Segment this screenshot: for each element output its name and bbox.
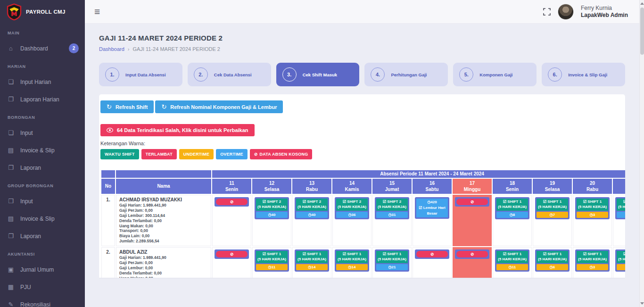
- check-icon: ☑: [543, 199, 547, 204]
- shift-chip[interactable]: ☑ SHIFT 1(5 HARI KERJA)◷11: [495, 249, 529, 272]
- absent-chip[interactable]: ⊘: [455, 249, 489, 259]
- scroll-up-arrow-icon[interactable]: [640, 2, 644, 5]
- absent-pill: ⊘: [416, 251, 448, 257]
- duration-value: 40: [312, 213, 316, 217]
- shift-chip[interactable]: ☑ SHIFT 2(5 HARI KERJA)◷40: [255, 197, 289, 219]
- absent-chip[interactable]: ⊘: [215, 249, 249, 259]
- check-icon: ☑: [623, 252, 625, 256]
- topbar: ≡ Ferry Kurnia LapakWeb Admin: [85, 0, 644, 24]
- brand-title: PAYROLL CMJ: [26, 9, 66, 15]
- sidebar-item-rekonsiliasi[interactable]: ✎Rekonsiliasi: [0, 296, 85, 307]
- step-label: Cek Shift Masuk: [303, 72, 337, 77]
- breadcrumb-link[interactable]: Dashboard: [99, 46, 124, 52]
- attendance-cell: ☑ SHIFT 2(5 HARI KERJA)◷40: [292, 195, 331, 246]
- shift-chip[interactable]: ☑ SHIFT 1(5 HARI KERJA)◷8: [495, 197, 529, 219]
- stopwatch-icon: ◷: [348, 213, 352, 217]
- refresh-nominal-button[interactable]: ↻ Refresh Nominal Komponen Gaji & Lembur: [155, 100, 283, 113]
- scrollbar-thumb[interactable]: [640, 8, 644, 55]
- absent-chip[interactable]: ⊘: [415, 249, 449, 259]
- wizard-step-5[interactable]: 5.Komponen Gaji: [453, 63, 537, 86]
- shift-chip[interactable]: ☑ SHIFT 1(5 HARI KERJA)◷7: [535, 197, 570, 219]
- undertime-pill: ◷7: [537, 212, 568, 218]
- home-icon: ⌂: [8, 45, 14, 52]
- shift-chip[interactable]: ☑ SHIFT 1(5 HARI KERJA)◷3: [575, 249, 610, 272]
- user-meta[interactable]: Ferry Kurnia LapakWeb Admin: [581, 5, 628, 19]
- employee-detail: Gaji PerJam: 0,00: [119, 208, 208, 213]
- scroll-down-arrow-icon[interactable]: [640, 302, 644, 305]
- shift-name-text: SHIFT 2: [267, 199, 281, 204]
- sidebar-item-laporan[interactable]: ❐Laporan: [0, 159, 85, 176]
- sidebar-item-jurnal-umum[interactable]: ▣Jurnal Umum: [0, 261, 85, 278]
- overtime-pill: ◷8: [496, 212, 528, 218]
- wizard-step-1[interactable]: 1.Input Data Absensi: [99, 63, 182, 86]
- hamburger-menu-icon[interactable]: ≡: [94, 7, 100, 17]
- sidebar-item-invoice-slip[interactable]: ▤Invoice & Slip: [0, 210, 85, 227]
- main-content: GAJI 11-24 MARET 2024 PERIODE 2 Dashboar…: [85, 24, 639, 307]
- day-name: Rabu: [292, 186, 331, 193]
- sidebar-item-pju[interactable]: ▦PJU: [0, 278, 85, 296]
- employee-detail: Gaji PerJam: 0,00: [119, 260, 208, 266]
- stopwatch-icon: ◷: [510, 213, 513, 217]
- employee-detail: Gaji Harian: 1.989.441,90: [119, 255, 208, 260]
- sidebar-item-label: Dashboard: [20, 45, 48, 52]
- shift-chip[interactable]: ☑ SHIFT 2(5 HARI KERJA)◷36: [335, 197, 369, 219]
- stopwatch-icon: ◷: [550, 213, 553, 217]
- sidebar-item-input[interactable]: ❏Input: [0, 124, 85, 141]
- step-label: Invoice & Slip Gaji: [568, 72, 607, 77]
- sidebar-item-input-harian[interactable]: ❏Input Harian: [0, 73, 85, 91]
- legend-badge-label: WAKTU SHIFT: [105, 152, 135, 157]
- sidebar-item-dashboard[interactable]: ⌂Dashboard2: [0, 40, 85, 57]
- shift-chip[interactable]: ☑ SHIFT 1(5 HARI KERJA)◷21: [375, 249, 409, 272]
- wizard-stepper: 1.Input Data Absensi2.Cek Data Absensi3.…: [99, 63, 625, 86]
- sidebar-section-label: MAIN: [0, 24, 85, 40]
- sidebar-item-label: Input: [20, 198, 33, 205]
- shift-chip[interactable]: ☑ SHIFT 1(5 HARI KERJA)◷: [615, 249, 625, 272]
- sidebar-item-invoice-slip[interactable]: ▤Invoice & Slip: [0, 141, 85, 159]
- employee-name: ABDUL AZIZ: [119, 249, 208, 255]
- vertical-scrollbar[interactable]: [639, 0, 644, 307]
- undertime-pill: ◷: [617, 264, 625, 271]
- wizard-step-6[interactable]: 6.Invoice & Slip Gaji: [542, 63, 625, 86]
- user-name: Ferry Kurnia: [581, 5, 628, 12]
- stopwatch-icon: ◷: [590, 265, 593, 269]
- shift-chip[interactable]: ☑ SHIFT 1(5 HARI KERJA)◷: [615, 197, 625, 219]
- absent-pill: ⊘: [216, 251, 248, 257]
- period-header: Absensi Periode 11 Maret 2024 - 24 Maret…: [212, 170, 625, 178]
- refresh-icon: ↻: [107, 104, 112, 110]
- shift-chip[interactable]: ☑ SHIFT 1(5 HARI KERJA)◷6: [535, 249, 570, 272]
- attendance-cell: ☑ SHIFT 1(5 HARI KERJA)◷3: [573, 247, 612, 278]
- lembur-chip[interactable]: ◷420☑ Lembur Hari Besar: [415, 197, 449, 219]
- shift-days: (5 HARI KERJA): [617, 257, 625, 262]
- shift-name: ☑ SHIFT 1: [296, 252, 328, 257]
- wizard-step-3[interactable]: 3.Cek Shift Masuk: [276, 63, 360, 86]
- data-error-warning-button[interactable]: 64 Data Terindikasi Salah, Klik disini u…: [100, 124, 255, 136]
- check-icon: ☑: [263, 252, 267, 256]
- refresh-actions: ↻ Refresh Shift ↻ Refresh Nominal Kompon…: [100, 100, 624, 113]
- check-icon: ☑: [583, 252, 587, 256]
- wizard-step-2[interactable]: 2.Cek Data Absensi: [188, 63, 271, 86]
- refresh-shift-button[interactable]: ↻ Refresh Shift: [100, 100, 154, 113]
- save-icon: ▣: [8, 266, 14, 273]
- sidebar-item-laporan[interactable]: ❐Laporan: [0, 227, 85, 245]
- shift-chip[interactable]: ☑ SHIFT 2(5 HARI KERJA)◷31: [375, 197, 409, 219]
- sidebar-item-laporan-harian[interactable]: ❐Laporan Harian: [0, 91, 85, 108]
- shift-chip[interactable]: ☑ SHIFT 1(5 HARI KERJA)◷14: [295, 249, 329, 272]
- employee-detail: Biaya Lain: 0,00: [119, 233, 208, 239]
- page-title: GAJI 11-24 MARET 2024 PERIODE 2: [99, 34, 639, 42]
- sidebar-item-input[interactable]: ❒Input: [0, 192, 85, 210]
- shift-chip[interactable]: ☑ SHIFT 1(5 HARI KERJA)◷3: [575, 197, 610, 219]
- sidebar-section: HARIAN❏Input Harian❐Laporan Harian: [0, 57, 85, 108]
- shift-chip[interactable]: ☑ SHIFT 2(5 HARI KERJA)◷40: [295, 197, 329, 219]
- sidebar-item-label: Laporan Harian: [20, 96, 59, 103]
- shift-chip[interactable]: ☑ SHIFT 1(5 HARI KERJA)◷11: [255, 249, 289, 272]
- check-icon: ☑: [303, 252, 307, 256]
- legend-badge-waktu-shift: WAKTU SHIFT: [100, 149, 139, 159]
- absent-chip[interactable]: ⊘: [215, 197, 249, 207]
- absent-chip[interactable]: ⊘: [455, 197, 489, 207]
- shift-name-text: SHIFT 1: [387, 252, 401, 256]
- wizard-step-4[interactable]: 4.Perhitungan Gaji: [364, 63, 448, 86]
- fullscreen-icon[interactable]: [543, 8, 551, 16]
- shift-chip[interactable]: ☑ SHIFT 1(5 HARI KERJA)◷14: [335, 249, 369, 272]
- attendance-cell: ☑ SHIFT 1(5 HARI KERJA)◷11: [252, 247, 291, 278]
- avatar[interactable]: [558, 4, 574, 20]
